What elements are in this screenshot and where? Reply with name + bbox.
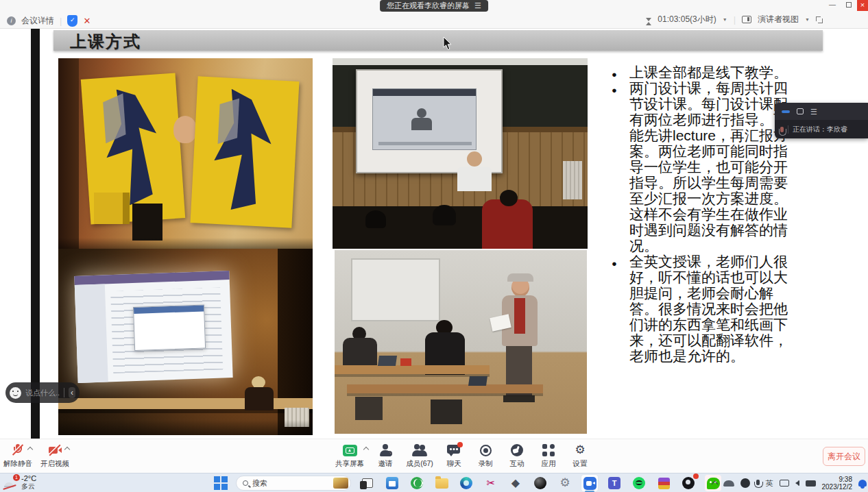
network-error-icon[interactable]: ✕	[83, 16, 91, 26]
meeting-timer[interactable]: 01:03:05(3小时)	[658, 14, 716, 25]
meeting-toolbar: 解除静音 开启视频 共享屏幕 + 邀请 成员(67)	[0, 439, 868, 473]
hamburger-icon[interactable]: ☰	[474, 0, 481, 12]
share-options-chevron-icon[interactable]	[363, 447, 369, 452]
task-view-icon[interactable]	[359, 475, 376, 491]
interact-label: 互动	[510, 459, 525, 469]
letterbox-strip	[31, 29, 40, 439]
microsoft-store-icon[interactable]	[384, 475, 400, 491]
maximize-button[interactable]	[841, 0, 857, 10]
modeling-app-icon[interactable]: ◆	[507, 475, 524, 491]
view-caret-icon[interactable]: ▼	[805, 17, 810, 22]
xbox-icon[interactable]	[409, 475, 425, 491]
unmute-button[interactable]: 解除静音	[3, 439, 33, 469]
invite-button[interactable]: + 邀请	[370, 439, 400, 469]
clock-date: 2023/12/2	[822, 483, 853, 491]
edge-browser-icon[interactable]	[458, 475, 474, 491]
sphere-app-icon[interactable]	[532, 475, 548, 491]
settings-app-icon[interactable]: ⚙	[557, 475, 573, 491]
file-explorer-icon[interactable]	[433, 475, 450, 491]
projected-app-screen	[74, 271, 232, 383]
settings-button[interactable]: ⚙ 设置	[565, 439, 595, 469]
divider	[788, 125, 788, 134]
search-box[interactable]: 搜索	[236, 476, 351, 491]
start-video-button[interactable]: 开启视频	[40, 439, 70, 469]
minimize-button[interactable]: —	[824, 0, 841, 10]
leave-meeting-button[interactable]: 离开会议	[823, 447, 865, 466]
unmute-label: 解除静音	[3, 459, 32, 469]
weather-desc: 多云	[21, 482, 36, 490]
display-icon[interactable]	[780, 480, 789, 487]
view-mode-button[interactable]: 演讲者视图	[758, 14, 799, 25]
mouse-cursor	[443, 37, 453, 53]
danmaku-placeholder[interactable]: 说点什么...	[25, 388, 60, 398]
members-label: 成员(67)	[406, 459, 433, 469]
battery-icon[interactable]	[806, 480, 816, 487]
collapse-chevron-icon[interactable]: ‹	[69, 387, 75, 398]
onedrive-icon[interactable]	[723, 480, 734, 487]
snipping-tool-icon[interactable]: ✂	[483, 475, 499, 491]
chair-2	[431, 399, 462, 424]
interact-button[interactable]: 互动	[502, 439, 532, 469]
search-placeholder: 搜索	[252, 478, 329, 489]
weather-badge: 1	[13, 474, 20, 481]
share-screen-label: 共享屏幕	[335, 459, 364, 469]
layout-view-icon	[742, 16, 751, 23]
invite-person-icon: +	[379, 443, 391, 457]
danmaku-input-pill[interactable]: 说点什么... ‹	[5, 382, 80, 403]
teams-icon[interactable]: T	[606, 475, 623, 491]
windows-taskbar: 1 -2°C 多云 搜索 ✂ ◆ ⚙ T	[0, 473, 868, 492]
divider: |	[60, 16, 62, 26]
close-button[interactable]: ×	[857, 0, 868, 11]
obs-badge	[693, 473, 699, 479]
volume-icon[interactable]	[795, 480, 799, 486]
bullet-1: 上课全部都是线下教学。	[612, 64, 801, 80]
tray-app-icon[interactable]	[740, 478, 750, 488]
panel-minimize-icon[interactable]	[782, 110, 790, 113]
ime-indicator[interactable]: 英	[766, 478, 773, 489]
remote-speaker-head	[417, 108, 426, 118]
meeting-details-button[interactable]: 会议详情	[21, 15, 54, 27]
app-dialog	[133, 304, 206, 351]
timer-caret-icon[interactable]: ▼	[723, 17, 727, 22]
video-options-chevron-icon[interactable]	[64, 447, 70, 452]
start-video-label: 开启视频	[40, 459, 69, 469]
doorway-shadow	[58, 58, 79, 249]
chat-button[interactable]: 聊天	[439, 439, 469, 469]
meeting-app-icon[interactable]	[581, 475, 598, 491]
obs-icon[interactable]	[680, 475, 697, 491]
poster-left-facet	[103, 93, 125, 143]
record-button[interactable]: 录制	[470, 439, 501, 469]
emoji-icon[interactable]	[10, 387, 21, 399]
weather-icon: 1	[3, 476, 18, 489]
speaker-panel[interactable]: ☰ 正在讲话：李欣睿	[775, 103, 868, 138]
mic-options-chevron-icon[interactable]	[27, 447, 33, 452]
projected-window	[372, 88, 477, 150]
table-2	[347, 384, 543, 393]
watching-banner[interactable]: 您正在观看李欣睿的屏幕 ☰	[380, 0, 488, 12]
tray-expand-icon[interactable]	[711, 481, 718, 488]
divider	[64, 388, 64, 397]
security-shield-icon[interactable]: ✓	[67, 15, 77, 27]
titlebar: i 会议详情 | ✓ ✕ 您正在观看李欣睿的屏幕 ☰ 01:03:05(3小时)…	[0, 0, 868, 29]
apps-button[interactable]: 应用	[533, 439, 564, 469]
student-head-3	[500, 190, 518, 206]
panel-list-icon[interactable]: ☰	[810, 108, 817, 115]
winrar-icon[interactable]	[655, 475, 672, 491]
fullscreen-icon[interactable]	[816, 16, 823, 23]
chat-icon	[447, 443, 461, 457]
search-highlight-image[interactable]	[333, 478, 348, 489]
panel-layout-icon[interactable]	[797, 108, 804, 114]
spotify-icon[interactable]	[631, 475, 647, 491]
taskbar-clock[interactable]: 9:38 2023/12/2	[822, 476, 853, 491]
notification-bell-icon[interactable]	[858, 480, 867, 487]
share-screen-button[interactable]: 共享屏幕	[330, 439, 369, 469]
members-button[interactable]: 成员(67)	[402, 439, 437, 469]
divider: |	[734, 14, 736, 25]
camera-off-icon	[48, 443, 62, 457]
student-head-1	[365, 210, 386, 228]
tray-mic-icon[interactable]	[756, 480, 760, 485]
weather-widget[interactable]: 1 -2°C 多云	[3, 474, 36, 490]
app-sidebar	[75, 284, 108, 382]
start-button[interactable]	[214, 476, 228, 490]
student-red-hoodie	[482, 199, 533, 249]
